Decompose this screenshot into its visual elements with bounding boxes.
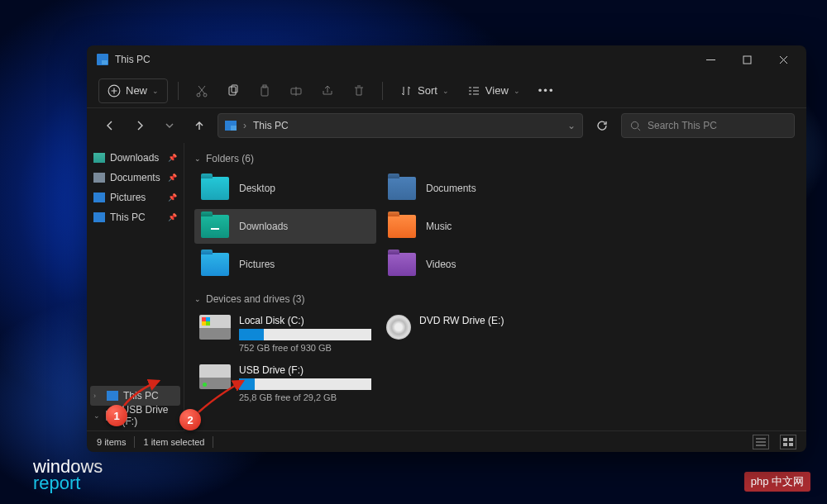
svg-rect-13 xyxy=(789,443,793,446)
forward-button[interactable] xyxy=(128,114,151,137)
annotation-marker-1: 1 xyxy=(106,405,127,426)
svg-rect-6 xyxy=(261,87,268,96)
tiles-view-button[interactable] xyxy=(780,435,796,449)
navigation-sidebar: Downloads📌Documents📌Pictures📌This PC📌 ›T… xyxy=(87,143,184,430)
pin-icon: 📌 xyxy=(168,174,177,182)
paste-button[interactable] xyxy=(251,78,278,103)
folder-desktop[interactable]: Desktop xyxy=(194,171,376,206)
svg-rect-10 xyxy=(783,438,787,441)
breadcrumb-this-pc[interactable]: This PC xyxy=(253,120,289,131)
folder-videos[interactable]: Videos xyxy=(381,247,563,282)
up-button[interactable] xyxy=(188,114,211,137)
drive-local-disk-c-[interactable]: Local Disk (C:)752 GB free of 930 GB xyxy=(194,311,376,356)
search-icon xyxy=(630,121,641,131)
item-count: 9 items xyxy=(97,437,126,447)
desktop-folder-icon xyxy=(201,177,229,200)
folder-music[interactable]: Music xyxy=(381,209,563,244)
folder-downloads[interactable]: Downloads xyxy=(194,209,376,244)
copy-button[interactable] xyxy=(220,78,246,103)
this-pc-icon xyxy=(97,54,108,65)
sidebar-item-pictures[interactable]: Pictures📌 xyxy=(90,188,180,207)
videos-folder-icon xyxy=(388,253,416,276)
sidebar-item-this-pc[interactable]: This PC📌 xyxy=(90,207,180,227)
sidebar-tree-this-pc[interactable]: ›This PC xyxy=(90,386,180,406)
drive-usb-drive-f-[interactable]: USB Drive (F:)25,8 GB free of 29,2 GB xyxy=(194,361,376,406)
refresh-button[interactable] xyxy=(590,113,614,138)
watermark-windows-report: windowsreport xyxy=(33,459,103,492)
chevron-down-icon: ⌄ xyxy=(194,295,201,303)
search-placeholder: Search This PC xyxy=(648,120,717,131)
breadcrumb-separator: › xyxy=(243,120,246,131)
svg-rect-0 xyxy=(743,56,751,64)
watermark-php: php 中文网 xyxy=(744,472,810,492)
svg-rect-4 xyxy=(229,87,236,95)
pin-icon: 📌 xyxy=(168,213,177,221)
pin-icon: 📌 xyxy=(168,154,177,162)
status-bar: 9 items 1 item selected xyxy=(87,430,806,452)
window-title: This PC xyxy=(115,54,151,65)
chevron-down-icon: ⌄ xyxy=(442,87,449,95)
sidebar-item-downloads[interactable]: Downloads📌 xyxy=(90,148,180,168)
folder-icon xyxy=(93,212,105,222)
sort-icon xyxy=(399,84,413,97)
drive-dvd-rw-drive-e-[interactable]: DVD RW Drive (E:) xyxy=(381,311,563,356)
pin-icon: 📌 xyxy=(168,193,177,202)
this-pc-icon xyxy=(225,121,237,131)
search-input[interactable]: Search This PC xyxy=(621,113,795,138)
more-button[interactable]: ••• xyxy=(532,78,562,103)
drive-icon xyxy=(199,364,231,389)
drive-icon xyxy=(199,315,231,340)
storage-bar xyxy=(239,329,371,340)
close-button[interactable] xyxy=(765,47,801,72)
selected-count: 1 item selected xyxy=(143,437,204,447)
share-button[interactable] xyxy=(314,78,341,103)
view-button[interactable]: View ⌄ xyxy=(461,78,527,103)
folder-pictures[interactable]: Pictures xyxy=(194,247,376,282)
drives-section-header[interactable]: ⌄ Devices and drives (3) xyxy=(189,290,801,308)
chevron-down-icon[interactable]: ⌄ xyxy=(567,120,576,131)
expand-icon[interactable]: › xyxy=(93,392,102,400)
svg-rect-11 xyxy=(789,438,793,441)
file-explorer-window: This PC New ⌄ Sort ⌄ View ⌄ ••• xyxy=(87,45,806,452)
sort-button[interactable]: Sort ⌄ xyxy=(393,78,456,103)
drive-icon xyxy=(386,315,411,340)
expand-icon[interactable]: ⌄ xyxy=(93,411,101,420)
storage-bar xyxy=(239,378,371,390)
pictures-folder-icon xyxy=(201,253,229,276)
new-button[interactable]: New ⌄ xyxy=(98,78,168,103)
recent-button[interactable] xyxy=(158,114,181,137)
folders-section-header[interactable]: ⌄ Folders (6) xyxy=(189,150,801,168)
chevron-down-icon: ⌄ xyxy=(152,87,159,95)
plus-circle-icon xyxy=(108,84,121,97)
minimize-button[interactable] xyxy=(692,47,729,72)
rename-button[interactable] xyxy=(283,78,309,103)
content-pane[interactable]: ⌄ Folders (6) DesktopDocumentsDownloadsM… xyxy=(184,143,806,430)
view-icon xyxy=(467,84,480,97)
svg-rect-12 xyxy=(783,443,787,446)
docs-folder-icon xyxy=(388,177,416,200)
folder-icon xyxy=(93,173,105,183)
delete-button[interactable] xyxy=(346,78,372,103)
drive-icon xyxy=(107,391,118,401)
svg-rect-5 xyxy=(232,85,237,93)
sidebar-item-documents[interactable]: Documents📌 xyxy=(90,168,180,188)
folder-icon xyxy=(93,153,105,163)
maximize-button[interactable] xyxy=(729,47,765,72)
navigation-bar: › This PC ⌄ Search This PC xyxy=(87,108,806,143)
chevron-down-icon: ⌄ xyxy=(194,155,201,163)
chevron-down-icon: ⌄ xyxy=(514,87,520,95)
folder-icon xyxy=(93,193,105,202)
address-bar[interactable]: › This PC ⌄ xyxy=(218,113,583,138)
downloads-folder-icon xyxy=(201,215,229,238)
titlebar[interactable]: This PC xyxy=(87,45,806,74)
back-button[interactable] xyxy=(98,114,122,137)
sidebar-tree-usb-drive-f-[interactable]: ⌄USB Drive (F:) xyxy=(90,406,180,426)
cut-button[interactable] xyxy=(189,78,215,103)
annotation-marker-2: 2 xyxy=(179,409,201,430)
svg-point-9 xyxy=(631,121,638,128)
music-folder-icon xyxy=(388,215,416,238)
toolbar: New ⌄ Sort ⌄ View ⌄ ••• xyxy=(87,74,806,108)
folder-docs[interactable]: Documents xyxy=(381,171,563,206)
details-view-button[interactable] xyxy=(753,435,769,449)
